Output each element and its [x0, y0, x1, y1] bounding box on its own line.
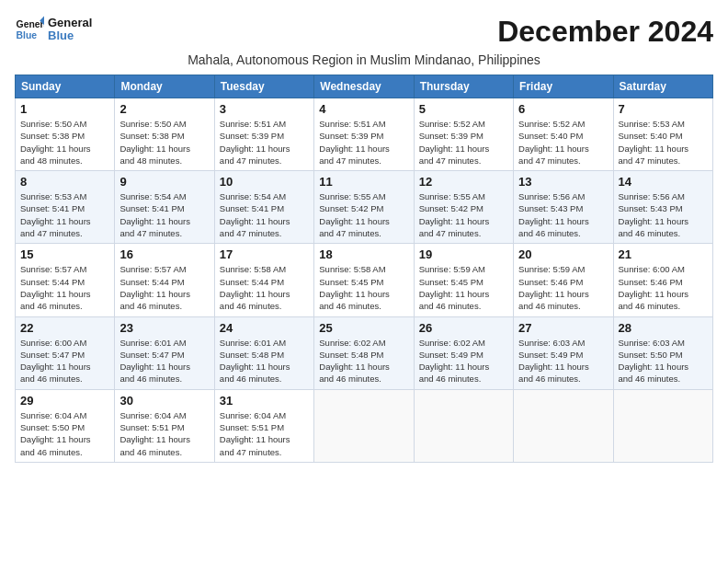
day-info: Sunrise: 5:50 AMSunset: 5:38 PMDaylight:… — [20, 118, 109, 167]
day-number: 16 — [119, 247, 209, 261]
day-number: 23 — [119, 321, 209, 335]
day-number: 12 — [419, 175, 508, 189]
day-number: 31 — [220, 394, 309, 408]
header-sunday: Sunday — [16, 75, 115, 98]
day-number: 5 — [419, 102, 508, 116]
day-info: Sunrise: 6:02 AMSunset: 5:49 PMDaylight:… — [419, 337, 508, 385]
day-info: Sunrise: 5:52 AMSunset: 5:39 PMDaylight:… — [419, 118, 508, 167]
day-info: Sunrise: 6:00 AMSunset: 5:46 PMDaylight:… — [619, 263, 708, 312]
calendar-cell — [613, 389, 712, 462]
day-info: Sunrise: 6:04 AMSunset: 5:51 PMDaylight:… — [119, 409, 209, 458]
day-info: Sunrise: 5:53 AMSunset: 5:41 PMDaylight:… — [20, 190, 109, 239]
calendar-cell: 8Sunrise: 5:53 AMSunset: 5:41 PMDaylight… — [16, 171, 115, 244]
day-number: 24 — [220, 321, 309, 335]
day-info: Sunrise: 5:55 AMSunset: 5:42 PMDaylight:… — [419, 190, 508, 239]
day-info: Sunrise: 6:00 AMSunset: 5:47 PMDaylight:… — [20, 337, 109, 385]
day-number: 30 — [119, 394, 209, 408]
calendar-table: SundayMondayTuesdayWednesdayThursdayFrid… — [15, 75, 713, 463]
day-info: Sunrise: 5:59 AMSunset: 5:46 PMDaylight:… — [518, 263, 608, 312]
day-info: Sunrise: 6:03 AMSunset: 5:49 PMDaylight:… — [518, 337, 608, 385]
day-info: Sunrise: 6:03 AMSunset: 5:50 PMDaylight:… — [619, 337, 708, 385]
calendar-cell: 21Sunrise: 6:00 AMSunset: 5:46 PMDayligh… — [613, 244, 712, 316]
calendar-week-4: 22Sunrise: 6:00 AMSunset: 5:47 PMDayligh… — [16, 316, 713, 389]
calendar-cell — [314, 389, 414, 462]
calendar-cell: 13Sunrise: 5:56 AMSunset: 5:43 PMDayligh… — [514, 171, 613, 244]
calendar-cell: 5Sunrise: 5:52 AMSunset: 5:39 PMDaylight… — [414, 98, 513, 171]
calendar-cell — [414, 389, 513, 462]
calendar-cell: 31Sunrise: 6:04 AMSunset: 5:51 PMDayligh… — [214, 389, 313, 462]
day-info: Sunrise: 5:53 AMSunset: 5:40 PMDaylight:… — [619, 118, 708, 167]
day-number: 7 — [619, 102, 708, 116]
day-number: 27 — [518, 321, 608, 335]
day-info: Sunrise: 5:58 AMSunset: 5:45 PMDaylight:… — [319, 263, 408, 312]
logo: General Blue General Blue — [15, 15, 92, 44]
day-number: 10 — [220, 175, 309, 189]
header-saturday: Saturday — [613, 75, 712, 98]
day-info: Sunrise: 5:56 AMSunset: 5:43 PMDaylight:… — [518, 190, 608, 239]
calendar-cell: 6Sunrise: 5:52 AMSunset: 5:40 PMDaylight… — [514, 98, 613, 171]
day-number: 26 — [419, 321, 508, 335]
calendar-cell: 7Sunrise: 5:53 AMSunset: 5:40 PMDaylight… — [613, 98, 712, 171]
day-number: 28 — [619, 321, 708, 335]
calendar-cell: 16Sunrise: 5:57 AMSunset: 5:44 PMDayligh… — [115, 244, 214, 316]
header-tuesday: Tuesday — [214, 75, 313, 98]
calendar-cell: 20Sunrise: 5:59 AMSunset: 5:46 PMDayligh… — [514, 244, 613, 316]
calendar-cell: 10Sunrise: 5:54 AMSunset: 5:41 PMDayligh… — [214, 171, 313, 244]
day-info: Sunrise: 5:50 AMSunset: 5:38 PMDaylight:… — [119, 118, 209, 167]
calendar-cell — [514, 389, 613, 462]
day-number: 13 — [518, 175, 608, 189]
day-number: 3 — [220, 102, 309, 116]
day-number: 25 — [319, 321, 408, 335]
day-number: 15 — [20, 247, 109, 261]
day-number: 1 — [20, 102, 109, 116]
day-info: Sunrise: 5:54 AMSunset: 5:41 PMDaylight:… — [119, 190, 209, 239]
day-info: Sunrise: 5:54 AMSunset: 5:41 PMDaylight:… — [220, 190, 309, 239]
calendar-cell: 25Sunrise: 6:02 AMSunset: 5:48 PMDayligh… — [314, 316, 414, 389]
day-info: Sunrise: 6:01 AMSunset: 5:47 PMDaylight:… — [119, 337, 209, 385]
day-info: Sunrise: 5:57 AMSunset: 5:44 PMDaylight:… — [20, 263, 109, 312]
day-number: 2 — [119, 102, 209, 116]
calendar-cell: 23Sunrise: 6:01 AMSunset: 5:47 PMDayligh… — [115, 316, 214, 389]
day-number: 22 — [20, 321, 109, 335]
svg-text:Blue: Blue — [17, 30, 38, 40]
calendar-cell: 26Sunrise: 6:02 AMSunset: 5:49 PMDayligh… — [414, 316, 513, 389]
header-thursday: Thursday — [414, 75, 513, 98]
calendar-cell: 30Sunrise: 6:04 AMSunset: 5:51 PMDayligh… — [115, 389, 214, 462]
calendar-cell: 9Sunrise: 5:54 AMSunset: 5:41 PMDaylight… — [115, 171, 214, 244]
day-number: 18 — [319, 247, 408, 261]
header-friday: Friday — [514, 75, 613, 98]
calendar-week-5: 29Sunrise: 6:04 AMSunset: 5:50 PMDayligh… — [16, 389, 713, 462]
logo-icon: General Blue — [15, 15, 44, 44]
day-info: Sunrise: 5:55 AMSunset: 5:42 PMDaylight:… — [319, 190, 408, 239]
logo-line2: Blue — [48, 29, 92, 42]
month-title: December 2024 — [497, 15, 713, 49]
calendar-cell: 14Sunrise: 5:56 AMSunset: 5:43 PMDayligh… — [613, 171, 712, 244]
day-number: 9 — [119, 175, 209, 189]
day-info: Sunrise: 6:04 AMSunset: 5:50 PMDaylight:… — [20, 409, 109, 458]
logo-line1: General — [48, 17, 92, 29]
day-number: 19 — [419, 247, 508, 261]
calendar-cell: 27Sunrise: 6:03 AMSunset: 5:49 PMDayligh… — [514, 316, 613, 389]
calendar-week-3: 15Sunrise: 5:57 AMSunset: 5:44 PMDayligh… — [16, 244, 713, 316]
calendar-cell: 15Sunrise: 5:57 AMSunset: 5:44 PMDayligh… — [16, 244, 115, 316]
day-info: Sunrise: 5:59 AMSunset: 5:45 PMDaylight:… — [419, 263, 508, 312]
calendar-cell: 2Sunrise: 5:50 AMSunset: 5:38 PMDaylight… — [115, 98, 214, 171]
day-number: 6 — [518, 102, 608, 116]
calendar-cell: 17Sunrise: 5:58 AMSunset: 5:44 PMDayligh… — [214, 244, 313, 316]
calendar-cell: 19Sunrise: 5:59 AMSunset: 5:45 PMDayligh… — [414, 244, 513, 316]
calendar-cell: 18Sunrise: 5:58 AMSunset: 5:45 PMDayligh… — [314, 244, 414, 316]
calendar-header-row: SundayMondayTuesdayWednesdayThursdayFrid… — [16, 75, 713, 98]
calendar-cell: 24Sunrise: 6:01 AMSunset: 5:48 PMDayligh… — [214, 316, 313, 389]
calendar-cell: 1Sunrise: 5:50 AMSunset: 5:38 PMDaylight… — [16, 98, 115, 171]
day-number: 14 — [619, 175, 708, 189]
calendar-cell: 22Sunrise: 6:00 AMSunset: 5:47 PMDayligh… — [16, 316, 115, 389]
day-number: 17 — [220, 247, 309, 261]
calendar-cell: 12Sunrise: 5:55 AMSunset: 5:42 PMDayligh… — [414, 171, 513, 244]
day-info: Sunrise: 6:01 AMSunset: 5:48 PMDaylight:… — [220, 337, 309, 385]
calendar-cell: 29Sunrise: 6:04 AMSunset: 5:50 PMDayligh… — [16, 389, 115, 462]
day-number: 11 — [319, 175, 408, 189]
day-number: 20 — [518, 247, 608, 261]
calendar-cell: 11Sunrise: 5:55 AMSunset: 5:42 PMDayligh… — [314, 171, 414, 244]
day-info: Sunrise: 5:57 AMSunset: 5:44 PMDaylight:… — [119, 263, 209, 312]
day-info: Sunrise: 5:51 AMSunset: 5:39 PMDaylight:… — [319, 118, 408, 167]
